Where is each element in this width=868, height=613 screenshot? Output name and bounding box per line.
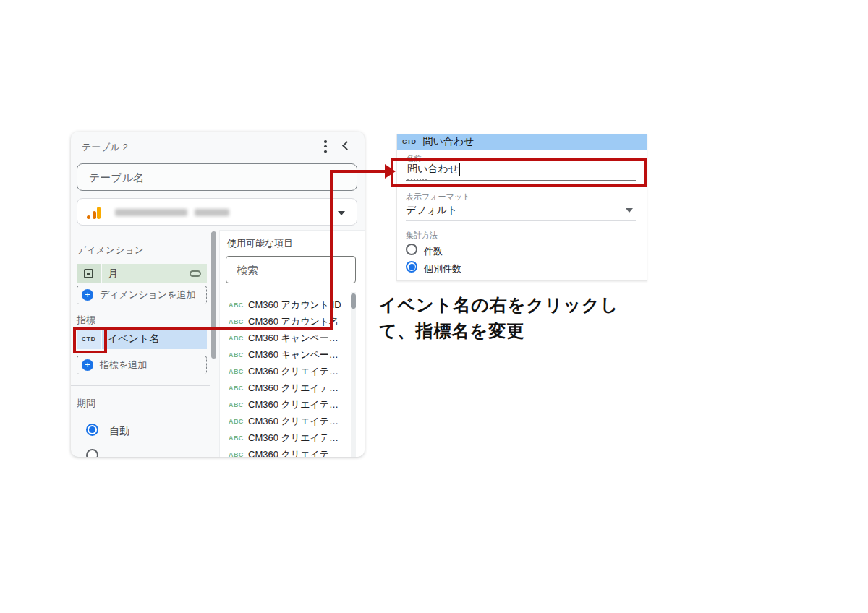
collapse-panel-icon[interactable]: [342, 141, 352, 150]
dropdown-caret-icon[interactable]: [338, 211, 345, 215]
field-search-input[interactable]: [226, 256, 356, 283]
field-type-abc-icon: ABC: [229, 335, 248, 342]
metric-type-badge: CTD: [402, 138, 416, 145]
aggregation-count-radio[interactable]: [406, 244, 417, 255]
field-type-abc-icon: ABC: [229, 385, 248, 392]
metric-chip-event-name[interactable]: CTD イベント名: [77, 328, 207, 349]
name-input-underline: [406, 180, 636, 181]
format-underline: [406, 220, 636, 221]
data-source-name-redacted-2: [195, 209, 229, 216]
page: テーブル 2 ディメンション 月 + ディメンションを追加 指標: [0, 0, 868, 613]
field-list-item[interactable]: ABC CM360 クリエイテ…: [220, 380, 350, 396]
field-list-item[interactable]: ABC CM360 クリエイテ…: [220, 363, 350, 380]
field-list-item[interactable]: ABC CM360 クリエイテ…: [220, 396, 350, 413]
metrics-section-label: 指標: [77, 314, 95, 327]
date-range-option-auto-radio[interactable]: [86, 424, 98, 436]
plus-icon: +: [82, 359, 93, 371]
field-type-abc-icon: ABC: [229, 301, 248, 309]
section-divider: [71, 385, 210, 386]
metric-name-input[interactable]: 問い合わせ: [407, 163, 460, 176]
metric-popup-header: CTD 問い合わせ: [397, 134, 647, 150]
annotation-arrowhead: [385, 164, 396, 179]
date-range-section-label: 期間: [77, 397, 95, 410]
format-caret-icon[interactable]: [626, 208, 633, 213]
field-type-abc-icon: ABC: [229, 401, 248, 408]
metric-edit-popup: CTD 問い合わせ 名前 問い合わせ 表示フォーマット デフォルト 集計方法 件…: [396, 134, 647, 281]
add-dimension-label: ディメンションを追加: [100, 288, 195, 301]
metric-type-badge: CTD: [82, 335, 95, 343]
table-name-input[interactable]: [77, 163, 357, 191]
field-type-abc-icon: ABC: [229, 318, 248, 325]
field-list-item[interactable]: ABC CM360 アカウント ID: [220, 296, 350, 313]
field-type-abc-icon: ABC: [229, 451, 248, 458]
add-dimension-button[interactable]: + ディメンションを追加: [77, 286, 207, 304]
dimension-chip-month[interactable]: 月: [77, 264, 207, 283]
field-type-abc-icon: ABC: [229, 351, 248, 359]
field-list-item[interactable]: ABC CM360 クリエイテ: [220, 446, 350, 457]
kebab-menu-icon[interactable]: [320, 140, 331, 153]
format-dropdown[interactable]: デフォルト: [406, 204, 458, 217]
calendar-icon: [84, 269, 93, 278]
field-list-item[interactable]: ABC CM360 クリエイテ…: [220, 413, 350, 429]
field-list-scrollbar-thumb[interactable]: [351, 293, 356, 309]
field-list-item[interactable]: ABC CM360 クリエイテ…: [220, 429, 350, 446]
metric-chip-label: イベント名: [108, 333, 159, 346]
aggregation-count-label: 件数: [424, 245, 443, 258]
data-source-name-redacted: [115, 209, 187, 216]
link-icon: [190, 270, 201, 277]
date-range-option-auto-label: 自動: [109, 425, 129, 438]
field-list-item[interactable]: ABC CM360 アカウント名: [220, 313, 350, 330]
field-list-item[interactable]: ABC CM360 キャンペー…: [220, 346, 350, 363]
panel-title: テーブル 2: [82, 141, 128, 154]
aggregation-section-label: 集計方法: [406, 230, 438, 241]
add-metric-button[interactable]: + 指標を追加: [77, 356, 207, 374]
field-list-item[interactable]: ABC CM360 キャンペー…: [220, 330, 350, 346]
aggregation-count-distinct-radio[interactable]: [406, 261, 417, 273]
field-type-abc-icon: ABC: [229, 418, 248, 425]
field-type-abc-icon: ABC: [229, 368, 248, 375]
available-fields-title: 使用可能な項目: [227, 237, 293, 250]
aggregation-count-distinct-label: 個別件数: [424, 262, 461, 275]
field-type-abc-icon: ABC: [229, 434, 248, 442]
field-list: ABC CM360 アカウント ID ABC CM360 アカウント名 ABC …: [220, 296, 350, 457]
format-field-label: 表示フォーマット: [406, 192, 470, 202]
text-cursor: [459, 163, 461, 176]
annotation-caption: イベント名の右をクリックし て、指標名を変更: [379, 292, 683, 344]
table-properties-panel: テーブル 2 ディメンション 月 + ディメンションを追加 指標: [71, 132, 365, 457]
panel-scrollbar-thumb[interactable]: [211, 231, 216, 359]
dimension-chip-label: 月: [108, 267, 118, 280]
data-source-selector[interactable]: [77, 198, 357, 226]
analytics-logo-icon: [87, 205, 103, 220]
metric-popup-title: 問い合わせ: [422, 135, 474, 148]
field-list-scrollbar-track: [351, 292, 356, 457]
add-metric-label: 指標を追加: [100, 359, 147, 372]
dimensions-section-label: ディメンション: [77, 244, 144, 257]
plus-icon: +: [82, 289, 93, 301]
available-fields-panel: 使用可能な項目 ABC CM360 アカウント ID ABC CM360 アカウ…: [219, 230, 365, 457]
date-range-option-partial-radio[interactable]: [86, 449, 98, 457]
